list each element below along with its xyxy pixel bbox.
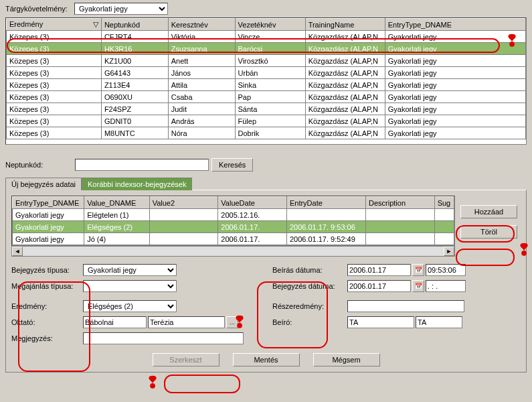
table-cell: Közepes (3) [7,91,102,103]
table-cell: Közgazdász (ALAP,N [305,43,385,55]
table-row[interactable]: Gyakorlati jegyJó (4)2006.01.17.2006.01.… [13,233,454,245]
add-button[interactable]: Hozzáad [460,205,517,218]
table-cell: Zsuzsanna [168,43,235,55]
requirement-label: Tárgykövetelmény: [5,5,68,13]
note-input[interactable] [83,332,244,344]
grid1-header[interactable]: Keresztnév [168,19,235,31]
table-cell: Közepes (3) [7,115,102,127]
table-cell: Barócsi [235,43,305,55]
table-cell: Közepes (3) [7,127,102,139]
save-button[interactable]: Mentés [233,353,300,366]
writer-label: Beíró: [272,318,346,326]
grid2-header[interactable]: EntryType_DNAME [13,197,84,209]
table-row[interactable]: Közepes (3)Z113E4AttilaSinkaKözgazdász (… [7,79,526,91]
table-cell: Judit [168,103,235,115]
table-cell [365,221,434,233]
grid1-header[interactable]: Vezetéknév [235,19,305,31]
entries-hscroll[interactable]: ◄ ► [11,246,455,257]
table-cell: Gyakorlati jegy [13,209,84,221]
table-cell: Gyakorlati jegy [13,233,84,245]
neptun-input[interactable] [75,159,209,171]
table-cell: 2006.01.17. [218,221,287,233]
scroll-right-icon[interactable]: ► [444,247,454,256]
write-date-cal-icon[interactable]: 📅 [412,264,424,276]
scroll-left-icon[interactable]: ◄ [12,247,23,256]
tab-previous-entries[interactable]: Korábbi indexsor-bejegyzések [82,178,192,190]
table-cell: F24SPZ [101,103,168,115]
grid1-header[interactable]: TrainingName [305,19,385,31]
table-cell: Pap [235,91,305,103]
grid2-header[interactable]: Description [365,197,434,209]
search-button[interactable]: Keresés [211,158,253,172]
table-row[interactable]: Közepes (3)O690XUCsabaPapKözgazdász (ALA… [7,91,526,103]
grid2-header[interactable]: Value2 [149,197,218,209]
table-cell: Nóra [168,127,235,139]
table-cell: Gyakorlati jegy [385,43,525,55]
table-cell: Attila [168,79,235,91]
entry-time-input[interactable] [426,280,466,292]
table-row[interactable]: Közepes (3)M8UNTCNóraDobrikKözgazdász (A… [7,127,526,139]
partial-input[interactable] [347,300,464,312]
teacher-firstname-input[interactable] [148,316,225,328]
table-cell [365,233,434,245]
requirement-select[interactable]: Gyakorlati jegy [74,3,168,15]
table-cell: Fülep [235,115,305,127]
edit-button[interactable]: Szerkeszt [153,353,219,366]
table-cell: 2006.01.17. 9:52:49 [286,233,365,245]
table-cell: Közgazdász (ALAP,N [305,55,385,67]
writer2-input[interactable] [416,316,462,328]
table-cell: Közepes (3) [7,55,102,67]
entry-date-cal-icon[interactable]: 📅 [412,280,424,292]
entry-date-input[interactable] [347,280,411,292]
table-cell: Gyakorlati jegy [385,103,525,115]
grid2-header[interactable]: ValueDate [218,197,287,209]
table-row[interactable]: Közepes (3)HK3R16ZsuzsannaBarócsiKözgazd… [7,43,526,55]
table-cell: Közgazdász (ALAP,N [305,127,385,139]
table-cell: Közepes (3) [7,31,102,43]
table-row[interactable]: Közepes (3)F24SPZJuditSántaKözgazdász (A… [7,103,526,115]
table-cell: Gyakorlati jegy [385,79,525,91]
table-cell: Közepes (3) [7,103,102,115]
offer-type-select[interactable] [83,280,177,292]
grid1-header[interactable]: Neptunkód [101,19,168,31]
results-grid[interactable]: Eredmény ▽NeptunkódKeresztnévVezetéknévT… [5,17,527,145]
partial-label: Részeredmény: [272,302,346,310]
grid2-header[interactable]: EntryDate [286,197,365,209]
note-label: Megjegyzés: [11,334,82,342]
table-row[interactable]: Közepes (3)G64143JánosUrbánKözgazdász (A… [7,67,526,79]
table-cell: Anett [168,55,235,67]
teacher-browse-button[interactable]: ... [226,316,238,328]
neptun-label: Neptunkód: [5,161,72,169]
table-row[interactable]: Közepes (3)CFJRT4ViktóriaVinczeKözgazdás… [7,31,526,43]
table-cell [434,221,454,233]
write-time-input[interactable] [426,264,466,276]
delete-button[interactable]: Töröl [460,225,517,239]
table-cell: Közgazdász (ALAP,N [305,91,385,103]
writer1-input[interactable] [347,316,414,328]
cancel-button[interactable]: Mégsem [313,353,380,366]
teacher-lastname-input[interactable] [83,316,147,328]
table-cell: Közepes (3) [7,67,102,79]
table-cell: Közgazdász (ALAP,N [305,103,385,115]
tab-new-entry[interactable]: Új bejegyzés adatai [5,178,82,190]
table-cell: Közgazdász (ALAP,N [305,79,385,91]
table-row[interactable]: Közepes (3)GDNIT0AndrásFülepKözgazdász (… [7,115,526,127]
table-cell: Gyakorlati jegy [385,127,525,139]
table-row[interactable]: Gyakorlati jegyElégséges (2)2006.01.17.2… [13,221,454,233]
grid1-header[interactable]: EntryType_DNAME [385,19,525,31]
entries-grid[interactable]: EntryType_DNAMEValue_DNAMEValue2ValueDat… [11,196,455,246]
table-cell: GDNIT0 [101,115,168,127]
table-row[interactable]: Gyakorlati jegyElégtelen (1)2005.12.16. [13,209,454,221]
write-date-input[interactable] [347,264,411,276]
grid1-header[interactable]: Eredmény ▽ [7,19,102,31]
grid2-header[interactable]: Value_DNAME [84,197,150,209]
result-select[interactable]: Elégséges (2) [83,300,177,312]
entry-type-select[interactable]: Gyakorlati jegy [83,264,177,276]
table-cell: Gyakorlati jegy [385,91,525,103]
table-row[interactable]: Közepes (3)KZ1U00AnettVirosztkóKözgazdás… [7,55,526,67]
table-cell: András [168,115,235,127]
table-cell: Sinka [235,79,305,91]
table-cell: Jó (4) [84,233,150,245]
entry-date-label: Bejegyzés dátuma: [272,282,346,290]
grid2-header[interactable]: Sug [434,197,454,209]
